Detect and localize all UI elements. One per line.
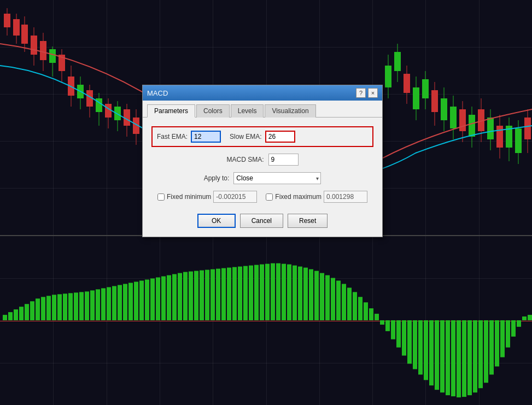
svg-rect-94 — [156, 278, 160, 320]
svg-rect-112 — [254, 265, 259, 320]
dialog-title: MACD — [147, 89, 168, 97]
fixed-row: Fixed minimum Fixed maximum — [151, 191, 373, 203]
svg-rect-47 — [441, 98, 447, 120]
svg-rect-41 — [413, 87, 419, 109]
tab-levels[interactable]: Levels — [231, 104, 264, 118]
svg-rect-154 — [484, 320, 488, 383]
apply-to-row: Apply to: Close Open High Low Median Pri… — [151, 172, 373, 184]
svg-rect-43 — [422, 79, 429, 98]
svg-rect-39 — [404, 74, 410, 93]
svg-rect-121 — [303, 268, 308, 320]
svg-rect-118 — [287, 265, 291, 320]
svg-rect-144 — [429, 320, 434, 385]
svg-rect-123 — [314, 271, 319, 320]
svg-rect-161 — [522, 316, 527, 320]
svg-rect-117 — [282, 264, 286, 320]
svg-rect-159 — [511, 320, 516, 337]
svg-rect-146 — [440, 320, 445, 392]
svg-rect-5 — [40, 41, 46, 60]
svg-rect-114 — [265, 264, 270, 320]
svg-rect-72 — [36, 298, 40, 320]
svg-rect-79 — [74, 292, 78, 320]
reset-button[interactable]: Reset — [288, 214, 328, 228]
svg-rect-128 — [342, 284, 346, 320]
fixed-maximum-checkbox[interactable] — [266, 193, 273, 201]
fixed-maximum-input[interactable] — [324, 191, 367, 203]
svg-rect-45 — [431, 90, 438, 112]
svg-rect-1 — [21, 25, 28, 44]
svg-rect-136 — [385, 320, 390, 331]
svg-rect-85 — [107, 287, 111, 320]
slow-ema-input[interactable] — [265, 131, 295, 143]
fast-ema-label: Fast EMA: — [157, 133, 188, 140]
svg-rect-158 — [506, 320, 510, 348]
svg-rect-25 — [114, 107, 121, 120]
tab-visualization[interactable]: Visualization — [265, 104, 315, 118]
svg-rect-145 — [435, 320, 439, 390]
svg-rect-35 — [385, 66, 391, 87]
svg-rect-103 — [205, 270, 209, 320]
svg-rect-92 — [145, 279, 149, 320]
svg-rect-132 — [364, 302, 368, 320]
svg-rect-126 — [331, 278, 335, 320]
fixed-minimum-label: Fixed minimum — [167, 193, 211, 201]
svg-rect-130 — [353, 292, 357, 320]
svg-rect-83 — [96, 289, 100, 320]
svg-rect-111 — [249, 266, 253, 320]
svg-rect-139 — [402, 320, 406, 356]
svg-rect-102 — [200, 271, 204, 320]
svg-rect-67 — [8, 312, 13, 320]
svg-rect-109 — [238, 267, 242, 320]
titlebar-buttons: ? × — [356, 88, 378, 98]
svg-rect-71 — [30, 301, 34, 320]
svg-rect-152 — [473, 320, 477, 392]
svg-rect-23 — [105, 104, 112, 118]
apply-to-select-wrapper: Close Open High Low Median Price Typical… — [233, 172, 321, 184]
tab-colors[interactable]: Colors — [196, 104, 230, 118]
svg-rect-100 — [189, 272, 193, 320]
fast-ema-input[interactable] — [191, 131, 221, 143]
svg-rect-104 — [211, 269, 215, 320]
tab-parameters[interactable]: Parameters — [147, 104, 195, 118]
apply-to-select[interactable]: Close Open High Low Median Price Typical… — [233, 172, 321, 184]
ok-button[interactable]: OK — [197, 214, 236, 228]
svg-rect-162 — [528, 315, 532, 320]
svg-rect-63 — [515, 128, 522, 153]
svg-rect-113 — [260, 265, 264, 320]
svg-rect-69 — [19, 307, 24, 320]
fixed-minimum-input[interactable] — [213, 191, 257, 203]
fixed-minimum-group: Fixed minimum — [157, 191, 257, 203]
svg-rect-68 — [14, 309, 18, 320]
svg-rect-133 — [369, 308, 373, 320]
svg-rect-106 — [221, 268, 226, 320]
svg-rect-74 — [46, 296, 51, 320]
svg-rect-110 — [243, 266, 248, 320]
svg-rect-87 — [118, 285, 122, 320]
fixed-minimum-checkbox[interactable] — [157, 193, 165, 201]
svg-rect-66 — [3, 315, 7, 320]
svg-rect-86 — [112, 286, 116, 320]
cancel-button[interactable]: Cancel — [240, 214, 283, 228]
close-button[interactable]: × — [368, 88, 378, 98]
svg-rect-37 — [394, 52, 401, 71]
help-button[interactable]: ? — [356, 88, 366, 98]
svg-rect-93 — [150, 278, 155, 320]
svg-rect-131 — [358, 297, 363, 320]
svg-rect-89 — [128, 283, 133, 320]
dialog-content: Parameters Colors Levels Visualization F… — [143, 101, 382, 237]
svg-rect-7 — [49, 49, 56, 63]
dialog-titlebar: MACD ? × — [143, 85, 382, 101]
svg-rect-137 — [391, 320, 395, 339]
svg-rect-107 — [227, 268, 231, 320]
macd-sma-input[interactable] — [268, 154, 299, 166]
svg-rect-156 — [495, 320, 499, 366]
svg-rect-119 — [293, 266, 297, 320]
svg-rect-91 — [139, 280, 144, 320]
svg-rect-101 — [194, 271, 198, 320]
svg-rect-150 — [462, 320, 466, 397]
svg-rect-141 — [413, 320, 417, 369]
svg-rect-124 — [320, 273, 324, 320]
svg-rect-120 — [298, 267, 302, 320]
apply-to-label: Apply to: — [204, 174, 230, 182]
svg-rect-105 — [216, 269, 220, 320]
